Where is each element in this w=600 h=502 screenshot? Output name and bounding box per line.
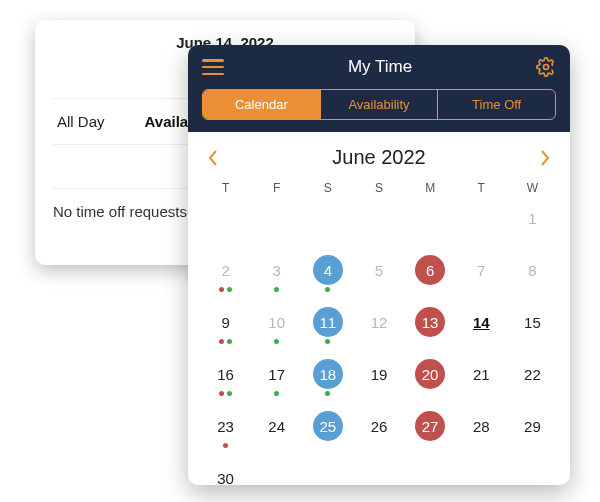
dot-red-icon: [219, 391, 224, 396]
day-cell[interactable]: 14: [456, 303, 507, 351]
day-cell[interactable]: 26: [353, 407, 404, 455]
day-number: [211, 203, 241, 233]
day-cell[interactable]: 22: [507, 355, 558, 403]
event-dots: [274, 287, 279, 293]
tab-bar: CalendarAvailabilityTime Off: [202, 89, 556, 120]
allday-label: All Day: [57, 113, 105, 130]
day-cell[interactable]: 1: [507, 199, 558, 247]
day-cell: [302, 459, 353, 485]
day-number: 1: [517, 203, 547, 233]
day-number: 24: [262, 411, 292, 441]
day-cell: [405, 459, 456, 485]
gear-icon[interactable]: [536, 57, 556, 77]
day-cell[interactable]: 28: [456, 407, 507, 455]
day-number: 2: [211, 255, 241, 285]
day-number: [364, 463, 394, 485]
day-number: 14: [466, 307, 496, 337]
day-cell[interactable]: 13: [405, 303, 456, 351]
day-number: 29: [517, 411, 547, 441]
day-cell[interactable]: 15: [507, 303, 558, 351]
day-number: 19: [364, 359, 394, 389]
dow-label: F: [251, 181, 302, 195]
dot-red-icon: [219, 339, 224, 344]
day-number: [466, 463, 496, 485]
dow-label: T: [456, 181, 507, 195]
event-dots: [274, 339, 279, 345]
day-cell[interactable]: 25: [302, 407, 353, 455]
day-number: 6: [415, 255, 445, 285]
svg-point-0: [543, 65, 548, 70]
day-cell[interactable]: 24: [251, 407, 302, 455]
chevron-right-icon[interactable]: [538, 147, 552, 169]
day-number: 26: [364, 411, 394, 441]
day-cell: [456, 459, 507, 485]
day-number: [313, 463, 343, 485]
day-cell[interactable]: 11: [302, 303, 353, 351]
event-dots: [219, 391, 232, 397]
dot-red-icon: [219, 287, 224, 292]
month-label: June 2022: [332, 146, 425, 169]
day-cell[interactable]: 21: [456, 355, 507, 403]
calendar-card: My Time CalendarAvailabilityTime Off Jun…: [188, 45, 570, 485]
day-cell[interactable]: 18: [302, 355, 353, 403]
day-number: [364, 203, 394, 233]
day-cell[interactable]: 17: [251, 355, 302, 403]
day-cell[interactable]: 9: [200, 303, 251, 351]
dot-green-icon: [227, 287, 232, 292]
day-cell[interactable]: 7: [456, 251, 507, 299]
dow-label: S: [302, 181, 353, 195]
day-cell[interactable]: 8: [507, 251, 558, 299]
day-cell[interactable]: 20: [405, 355, 456, 403]
day-number: 25: [313, 411, 343, 441]
day-cell[interactable]: 16: [200, 355, 251, 403]
day-number: 9: [211, 307, 241, 337]
day-cell[interactable]: 6: [405, 251, 456, 299]
dot-green-icon: [274, 339, 279, 344]
app-title: My Time: [348, 57, 412, 77]
day-number: 8: [517, 255, 547, 285]
day-cell[interactable]: 10: [251, 303, 302, 351]
tab-time-off[interactable]: Time Off: [438, 90, 555, 119]
day-cell[interactable]: 4: [302, 251, 353, 299]
day-cell: [302, 199, 353, 247]
menu-icon[interactable]: [202, 59, 224, 75]
day-number: 16: [211, 359, 241, 389]
day-cell[interactable]: 5: [353, 251, 404, 299]
day-number: [415, 203, 445, 233]
event-dots: [325, 339, 330, 345]
day-cell[interactable]: 23: [200, 407, 251, 455]
day-number: 28: [466, 411, 496, 441]
dot-green-icon: [227, 391, 232, 396]
day-cell[interactable]: 27: [405, 407, 456, 455]
dot-green-icon: [227, 339, 232, 344]
day-number: 17: [262, 359, 292, 389]
day-number: 21: [466, 359, 496, 389]
dow-label: M: [405, 181, 456, 195]
day-number: 23: [211, 411, 241, 441]
day-cell[interactable]: 12: [353, 303, 404, 351]
chevron-left-icon[interactable]: [206, 147, 220, 169]
day-number: [262, 463, 292, 485]
event-dots: [325, 287, 330, 293]
day-number: 7: [466, 255, 496, 285]
day-number: 11: [313, 307, 343, 337]
day-cell[interactable]: 30: [200, 459, 251, 485]
day-number: 30: [211, 463, 241, 485]
day-cell[interactable]: 2: [200, 251, 251, 299]
day-number: 12: [364, 307, 394, 337]
tab-calendar[interactable]: Calendar: [203, 90, 321, 119]
event-dots: [219, 287, 232, 293]
day-cell: [353, 459, 404, 485]
day-number: [262, 203, 292, 233]
day-number: [466, 203, 496, 233]
day-cell: [456, 199, 507, 247]
dot-green-icon: [274, 287, 279, 292]
day-cell[interactable]: 3: [251, 251, 302, 299]
day-cell[interactable]: 19: [353, 355, 404, 403]
day-cell[interactable]: 29: [507, 407, 558, 455]
tab-availability[interactable]: Availability: [321, 90, 439, 119]
day-number: 15: [517, 307, 547, 337]
day-cell: [405, 199, 456, 247]
month-nav: June 2022: [188, 132, 570, 175]
day-of-week-row: TFSSMTW: [188, 175, 570, 199]
